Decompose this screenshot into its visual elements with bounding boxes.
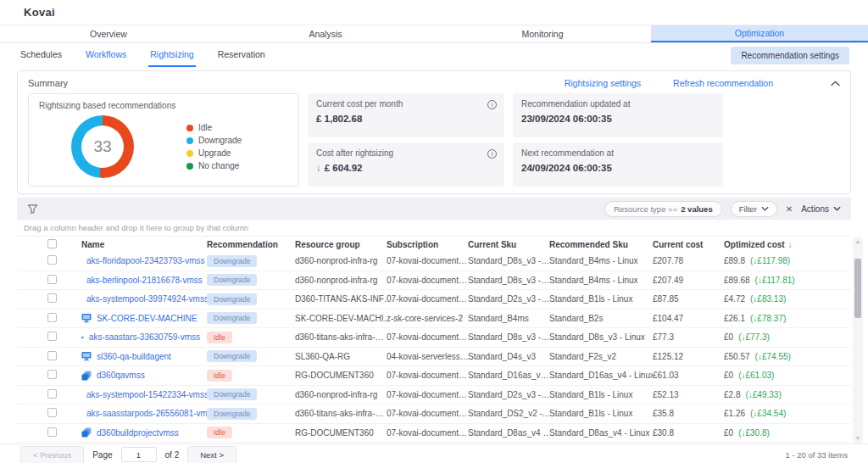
app-root: Kovai Overview Analysis Monitoring Optim…	[0, 0, 868, 463]
vmss-icon	[81, 427, 92, 438]
resource-name-link[interactable]: d360qavmss	[81, 371, 207, 381]
resource-name-link[interactable]: aks-saasstarpods-26556081-vmss	[81, 409, 207, 419]
subtab-workflows[interactable]: Workflows	[84, 44, 128, 67]
info-icon[interactable]	[487, 100, 497, 109]
scroll-up-icon[interactable]	[855, 240, 860, 243]
subtab-reservation[interactable]: Reservation	[216, 44, 267, 67]
current-sku-cell: Standard_D8s_v3 -…	[468, 276, 549, 285]
chevron-up-icon[interactable]	[831, 81, 840, 86]
optimized-cost-value: £50.57	[724, 352, 750, 361]
col-name[interactable]: Name	[81, 240, 207, 249]
col-current-cost[interactable]: Current cost	[653, 240, 724, 249]
recommendation-cell: Downgrade	[207, 408, 295, 420]
col-recommended-sku[interactable]: Recommended Sku	[549, 240, 653, 249]
resource-name-link[interactable]: aks-floridapool-23423793-vmss	[81, 256, 207, 266]
actions-dropdown[interactable]: Actions	[801, 204, 841, 214]
resource-group-cell: SL360-QA-RG	[295, 352, 387, 361]
tab-analysis[interactable]: Analysis	[217, 25, 434, 42]
info-icon[interactable]	[487, 149, 497, 159]
resource-name: d360qavmss	[97, 371, 145, 380]
recommendation-badge: Downgrade	[207, 408, 257, 420]
refresh-recommendation-link[interactable]: Refresh recommendation	[673, 78, 773, 88]
savings-value: (↓£30.8)	[738, 428, 770, 438]
optimized-cost-value: £4.72	[724, 294, 745, 304]
resource-name-link[interactable]: sl360-qa-buildagent	[81, 351, 207, 361]
legend-label: Upgrade	[198, 148, 231, 158]
vm-icon	[81, 351, 92, 361]
group-by-hint: Drag a column header and drop it here to…	[17, 220, 851, 237]
subtab-rightsizing[interactable]: Rightsizing	[148, 44, 195, 67]
scroll-down-icon[interactable]	[855, 437, 860, 440]
row-checkbox[interactable]	[47, 370, 81, 381]
filter-dropdown[interactable]: Filter	[731, 201, 777, 217]
table-row[interactable]: SK-CORE-DEV-MACHINEDowngradeSK-CORE-DEV-…	[17, 310, 851, 329]
resource-type-filter-chip[interactable]: Resource type == 2 values	[604, 201, 722, 217]
rightsizing-settings-link[interactable]: Rightsizing settings	[565, 78, 641, 88]
chip-field: Resource type ==	[614, 204, 677, 214]
sub-tab-group: Schedules Workflows Rightsizing Reservat…	[19, 44, 267, 67]
select-all-checkbox[interactable]	[47, 239, 81, 250]
table-row[interactable]: aks-saasstarpods-26556081-vmssDowngraded…	[17, 404, 851, 424]
pagination-bar: < Previous Page of 2 Next > 1 - 20 of 33…	[0, 443, 868, 463]
table-row[interactable]: aks-berlinpool-21816678-vmssDowngraded36…	[17, 271, 851, 291]
brand-logo: Kovai	[24, 6, 55, 19]
table-row[interactable]: aks-systempool-15422334-vmssDowngraded36…	[17, 386, 851, 405]
resource-name-link[interactable]: aks-systempool-39974924-vmss	[81, 294, 207, 304]
row-checkbox[interactable]	[47, 389, 81, 400]
tab-optimization[interactable]: Optimization	[651, 25, 868, 42]
table-row[interactable]: sl360-qa-buildagentDowngradeSL360-QA-RG0…	[17, 348, 851, 367]
row-checkbox[interactable]	[47, 293, 81, 304]
table-row[interactable]: d360qavmssIdleRG-DOCUMENT36007-kovai-doc…	[17, 366, 851, 386]
row-checkbox[interactable]	[47, 427, 81, 438]
scrollbar-thumb[interactable]	[854, 259, 861, 318]
donut-wrap: 33	[71, 115, 134, 178]
table-row[interactable]: aks-saastars-33630759-vmssIdled360-titan…	[17, 328, 851, 348]
next-page-button[interactable]: Next >	[187, 446, 236, 463]
col-resource-group[interactable]: Resource group	[295, 240, 387, 249]
recommendations-chart-card: Rightsizing based recommendations 33 Idl…	[28, 93, 299, 187]
col-subscription[interactable]: Subscription	[387, 240, 468, 249]
row-checkbox[interactable]	[47, 255, 81, 266]
col-recommendation[interactable]: Recommendation	[207, 240, 295, 249]
savings-value: (↓£61.03)	[738, 371, 774, 380]
resource-name-link[interactable]: aks-systempool-15422334-vmss	[81, 389, 207, 399]
row-checkbox[interactable]	[47, 275, 81, 286]
chart-legend: IdleDowngradeUpgradeNo change	[186, 123, 242, 170]
table-row[interactable]: aks-systempool-39974924-vmssDowngradeD36…	[17, 290, 851, 310]
row-checkbox[interactable]	[47, 351, 81, 362]
recommendation-settings-button[interactable]: Recommendation settings	[731, 47, 849, 64]
clear-filter-icon[interactable]: ✕	[786, 204, 793, 214]
row-checkbox[interactable]	[47, 313, 81, 324]
legend-dot-icon	[186, 137, 193, 144]
resource-name-link[interactable]: d360buildprojectvmss	[81, 427, 207, 438]
resource-group-cell: d360-nonprod-infra-rg	[295, 390, 387, 399]
sort-descending-icon[interactable]: ↓	[788, 240, 793, 249]
optimized-cost-cell: £26.1(↓£78.37)	[724, 314, 851, 323]
previous-page-button[interactable]: < Previous	[20, 446, 84, 463]
tab-monitoring[interactable]: Monitoring	[434, 25, 651, 42]
resource-group-cell: d360-nonprod-infra-rg	[295, 256, 387, 265]
row-checkbox[interactable]	[47, 408, 81, 419]
summary-links: Rightsizing settings Refresh recommendat…	[565, 78, 840, 88]
funnel-icon[interactable]	[27, 204, 38, 215]
subtab-schedules[interactable]: Schedules	[19, 44, 64, 67]
current-cost-cell: £61.03	[653, 371, 724, 380]
resource-name-link[interactable]: SK-CORE-DEV-MACHINE	[81, 313, 207, 323]
next-recommendation-card: Next recommendation at 24/09/2024 06:00:…	[513, 142, 723, 187]
recommended-sku-cell: Standard_B2s	[549, 314, 653, 323]
resource-name: sl360-qa-buildagent	[97, 352, 171, 361]
table-row[interactable]: aks-floridapool-23423793-vmssDowngraded3…	[17, 252, 851, 271]
tab-overview[interactable]: Overview	[0, 25, 217, 42]
col-current-sku[interactable]: Current Sku	[468, 240, 549, 249]
legend-label: Downgrade	[198, 136, 242, 145]
col-optimized-cost[interactable]: Optimized cost↓	[724, 240, 851, 249]
table-row[interactable]: d360buildprojectvmssIdleRG-DOCUMENT36007…	[17, 424, 851, 443]
filter-label: Filter	[739, 204, 757, 214]
recommendation-badge: Idle	[207, 427, 232, 438]
row-checkbox[interactable]	[47, 332, 81, 343]
page-number-input[interactable]	[121, 447, 157, 462]
resource-name-link[interactable]: aks-berlinpool-21816678-vmss	[81, 275, 207, 285]
vertical-scrollbar[interactable]	[853, 237, 863, 443]
resource-name-link[interactable]: aks-saastars-33630759-vmss	[81, 332, 207, 343]
current-cost-cell: £35.8	[653, 409, 724, 418]
